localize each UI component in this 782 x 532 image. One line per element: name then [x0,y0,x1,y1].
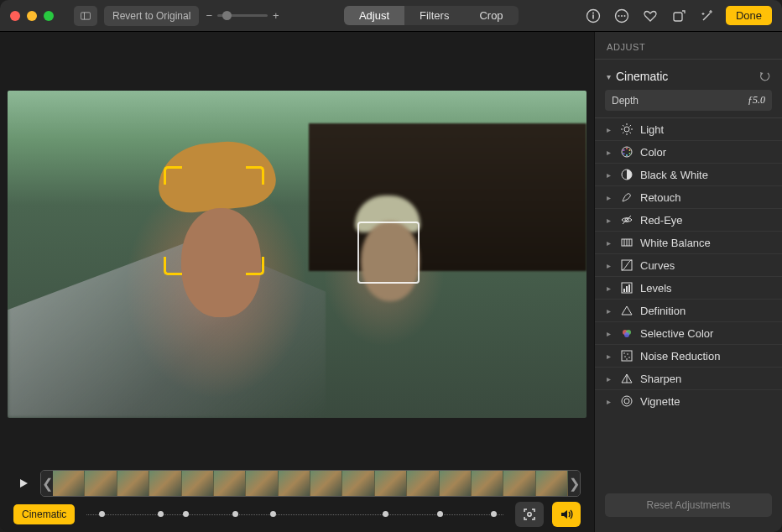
chevron-right-icon: ▸ [607,216,613,225]
svg-point-49 [628,357,630,358]
curves-icon [620,258,633,272]
adjust-item-label: Black & White [640,169,708,181]
adjust-item-label: Color [640,146,666,159]
adjust-item-color[interactable]: ▸Color [595,140,782,163]
adjust-item-redeye[interactable]: ▸Red-Eye [595,208,782,231]
revert-button[interactable]: Revert to Original [104,6,199,26]
adjust-sidebar: ADJUST ▾ Cinematic Depth ƒ5.0 ▸Light▸Col… [594,32,782,532]
rotate-button[interactable] [669,6,689,26]
adjust-item-vignette[interactable]: ▸Vignette [595,389,782,412]
adjust-item-definition[interactable]: ▸Definition [595,299,782,321]
adjust-item-levels[interactable]: ▸Levels [595,276,782,299]
chevron-right-icon: ▸ [607,374,613,383]
light-icon [620,123,633,136]
svg-line-31 [623,216,631,224]
chevron-right-icon: ▸ [607,170,613,180]
secondary-focus-box[interactable] [357,222,420,284]
redeye-icon [620,213,633,227]
minimize-button[interactable] [27,11,37,21]
play-button[interactable] [13,474,34,493]
wand-icon [700,8,715,23]
primary-focus-box[interactable] [164,166,264,275]
more-button[interactable] [612,6,632,26]
chevron-right-icon: ▸ [607,284,613,293]
svg-point-3 [592,12,594,13]
frame-thumbnails[interactable] [53,471,568,496]
svg-point-50 [626,358,628,360]
svg-point-44 [624,332,629,337]
adjust-item-light[interactable]: ▸Light [595,117,782,140]
svg-point-47 [627,353,628,355]
vignette-icon [620,394,633,408]
svg-point-48 [624,356,626,357]
tab-adjust[interactable]: Adjust [344,6,404,25]
info-button[interactable] [583,6,603,26]
manual-focus-button[interactable] [515,502,544,527]
svg-point-6 [618,15,619,17]
svg-line-21 [630,125,632,127]
heart-icon [643,8,658,23]
fullscreen-button[interactable] [44,11,54,21]
rotate-icon [671,8,686,23]
timeline-area: ❮ ❯ Cinematic [0,465,594,532]
chevron-right-icon: ▸ [607,125,613,134]
adjust-item-label: Retouch [640,191,680,204]
frame-strip[interactable]: ❮ ❯ [40,470,581,497]
cinematic-title: Cinematic [616,70,753,83]
adjust-item-label: Selective Color [640,327,713,340]
svg-point-53 [622,396,632,406]
svg-rect-9 [674,13,682,21]
svg-line-18 [623,125,624,127]
adjust-item-sharpen[interactable]: ▸Sharpen [595,367,782,389]
sidebar-header: ADJUST [595,39,782,60]
cinematic-reset-button[interactable] [759,70,770,82]
zoom-slider[interactable] [217,14,268,17]
favorite-button[interactable] [640,6,660,26]
cinematic-mode-button[interactable]: Cinematic [13,504,75,524]
depth-row[interactable]: Depth ƒ5.0 [605,90,772,111]
tab-filters[interactable]: Filters [404,6,464,25]
levels-icon [620,281,633,295]
speaker-icon [559,507,574,522]
keyframe-track[interactable] [86,512,503,517]
trim-handle-right[interactable]: ❯ [568,471,580,496]
depth-value: ƒ5.0 [748,94,765,107]
svg-rect-38 [623,289,625,292]
svg-line-20 [623,133,624,134]
adjust-item-retouch[interactable]: ▸Retouch [595,185,782,208]
adjust-item-label: Definition [640,305,686,317]
adjust-item-noise[interactable]: ▸Noise Reduction [595,344,782,367]
viewer-pane: ❮ ❯ Cinematic [0,32,594,532]
adjust-item-wb[interactable]: ▸White Balance [595,231,782,253]
reset-adjustments-button[interactable]: Reset Adjustments [605,493,772,517]
svg-point-28 [623,149,625,151]
done-button[interactable]: Done [726,6,772,25]
svg-point-25 [629,153,631,154]
audio-toggle-button[interactable] [552,502,581,527]
ellipsis-icon [614,8,629,23]
video-canvas[interactable] [8,91,586,418]
svg-rect-0 [81,12,90,18]
adjust-item-label: Light [640,123,664,136]
close-button[interactable] [10,11,20,21]
zoom-in-button[interactable]: + [273,9,279,22]
chevron-right-icon: ▸ [607,238,613,248]
adjust-item-label: Noise Reduction [640,350,720,362]
tab-crop[interactable]: Crop [464,6,518,25]
sidebar-icon [81,11,91,21]
bw-icon [620,168,633,181]
noise-icon [620,349,633,362]
adjust-item-label: White Balance [640,237,711,249]
sidebar-toggle-button[interactable] [74,6,97,26]
svg-point-54 [624,399,629,404]
adjust-item-bw[interactable]: ▸Black & White [595,163,782,185]
auto-enhance-button[interactable] [697,6,717,26]
trim-handle-left[interactable]: ❮ [41,471,53,496]
adjust-item-selcolor[interactable]: ▸Selective Color [595,321,782,344]
chevron-right-icon: ▸ [607,306,613,316]
depth-label: Depth [612,95,748,107]
zoom-out-button[interactable]: − [206,9,212,22]
cinematic-section-header[interactable]: ▾ Cinematic [595,65,782,88]
mode-tabs: Adjust Filters Crop [344,6,519,25]
adjust-item-curves[interactable]: ▸Curves [595,253,782,276]
